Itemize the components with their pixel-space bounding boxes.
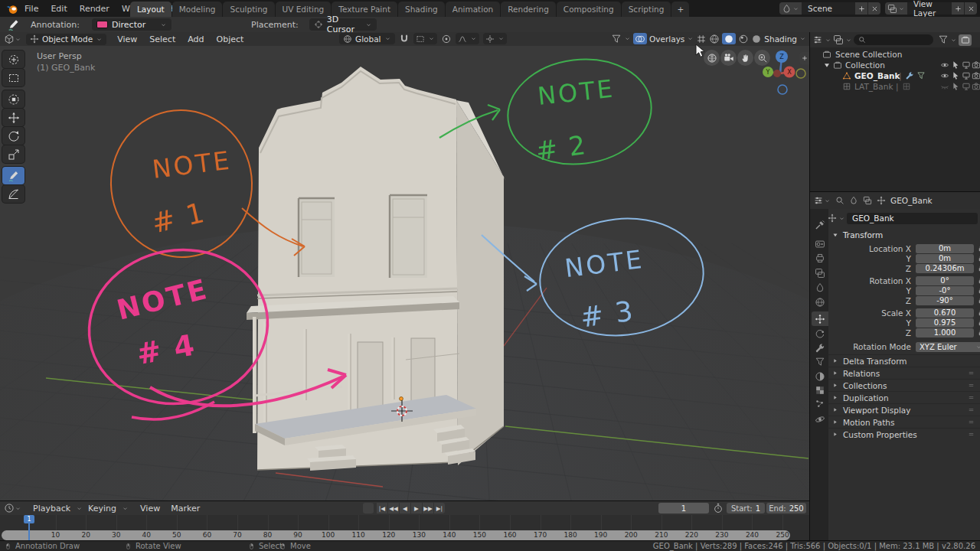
selectable-cursor-icon[interactable] [951, 82, 960, 91]
frame-end-field[interactable]: End:250 [766, 503, 806, 514]
section-relations[interactable]: Relations [828, 367, 980, 379]
value-field[interactable]: 0° [916, 276, 974, 285]
menu-render[interactable]: Render [74, 4, 116, 14]
object-name-input[interactable]: GEO_Bank [847, 213, 978, 224]
tab-uv-editing[interactable]: UV Editing [276, 2, 332, 17]
outliner-row-scene-collection[interactable]: Scene Collection [810, 49, 980, 60]
delete-scene-button[interactable] [868, 2, 880, 15]
tab-output[interactable] [812, 250, 828, 265]
overlays-toggle[interactable] [633, 33, 647, 44]
lock-icon[interactable] [977, 318, 980, 327]
filter-funnel-icon[interactable] [938, 34, 949, 45]
menu-edit[interactable]: Edit [44, 4, 73, 14]
lock-icon[interactable] [977, 308, 980, 317]
editor-type-outliner-icon[interactable] [812, 34, 823, 45]
outliner-row-lat-bank[interactable]: LAT_Bank | [810, 81, 980, 92]
eye-closed-icon[interactable] [940, 82, 949, 91]
next-keyframe-button[interactable]: ▶▶ [423, 503, 433, 514]
expand-arrow-icon[interactable] [822, 60, 831, 70]
annotation-layer-dropdown[interactable]: Director [92, 18, 172, 31]
tab-layout[interactable]: Layout [130, 2, 172, 17]
tab-texture[interactable] [812, 383, 828, 397]
new-scene-button[interactable] [855, 2, 867, 15]
new-collection-button[interactable] [959, 34, 972, 46]
eye-icon[interactable] [940, 60, 949, 70]
measure-tool[interactable] [2, 185, 24, 203]
shading-rendered-icon[interactable] [751, 34, 762, 44]
outliner-item-label[interactable]: GEO_Bank [854, 71, 900, 80]
eye-icon[interactable] [940, 71, 949, 80]
tab-shading[interactable]: Shading [398, 2, 445, 17]
viewport-visibility-icon[interactable] [962, 60, 971, 70]
select-box-tool[interactable] [2, 69, 24, 86]
proportional-falloff-dropdown[interactable] [456, 33, 479, 44]
move-tool[interactable] [2, 109, 24, 126]
cursor-tool[interactable] [2, 51, 24, 68]
tab-view-layer[interactable] [812, 266, 828, 280]
value-field[interactable]: 0m [916, 244, 974, 253]
lock-icon[interactable] [977, 286, 980, 295]
menu-view[interactable]: View [111, 34, 143, 44]
view-layer-browse-button[interactable] [885, 2, 907, 15]
object-icon[interactable] [828, 214, 837, 223]
blender-logo-icon[interactable] [5, 2, 18, 15]
value-field[interactable]: -90° [916, 296, 974, 305]
menu-add[interactable]: Add [181, 34, 210, 44]
overlays-label[interactable]: Overlays [649, 34, 684, 44]
tab-sculpting[interactable]: Sculpting [223, 2, 274, 17]
view-layer-name[interactable]: View Layer [907, 0, 951, 18]
transform-panel-header[interactable]: Transform [831, 230, 883, 240]
menu-select[interactable]: Select [143, 34, 181, 44]
snap-magnet-icon[interactable] [399, 34, 410, 44]
sidebar-expand-button[interactable] [799, 52, 809, 64]
viewport-visibility-icon[interactable] [962, 82, 971, 91]
editor-type-3d-viewport-icon[interactable] [4, 34, 15, 44]
outliner-item-label[interactable]: LAT_Bank [854, 82, 893, 91]
section-motion-paths[interactable]: Motion Paths [828, 416, 980, 428]
lock-icon[interactable] [977, 254, 980, 262]
delete-view-layer-button[interactable] [965, 2, 977, 15]
viewport-visibility-icon[interactable] [962, 71, 971, 80]
record-button[interactable] [363, 503, 374, 514]
tab-tool[interactable] [812, 217, 828, 232]
pivot-point-dropdown[interactable] [483, 33, 507, 44]
timeline-tracks[interactable] [0, 515, 809, 530]
tab-rendering[interactable]: Rendering [501, 2, 556, 17]
gizmo-x-neg-axis[interactable] [796, 69, 805, 78]
lock-icon[interactable] [977, 264, 980, 272]
tab-scene[interactable] [812, 280, 828, 295]
pan-view-button[interactable] [737, 50, 753, 66]
render-visibility-icon[interactable] [972, 60, 980, 70]
snap-target-dropdown[interactable] [413, 33, 437, 44]
placement-dropdown[interactable]: 3D Cursor [309, 18, 377, 31]
tab-animation[interactable]: Animation [446, 2, 501, 17]
value-field[interactable]: 0.24306m [916, 264, 974, 273]
playhead-frame-badge[interactable]: 1 [24, 515, 34, 523]
viewport-canvas[interactable]: NOTE # 1 NOTE # 2 NOTE # 3 NOTE # 4 [0, 46, 809, 500]
tab-render[interactable] [812, 236, 828, 251]
value-field[interactable]: 0.975 [916, 318, 974, 328]
section-custom-properties[interactable]: Custom Properties [828, 428, 980, 440]
shading-solid-toggle[interactable] [722, 33, 736, 44]
selectable-cursor-icon[interactable] [951, 71, 960, 80]
scene-name[interactable]: Scene [802, 4, 854, 13]
play-reverse-button[interactable]: ◀ [400, 503, 410, 514]
transform-tool[interactable] [2, 90, 24, 108]
tab-object-data[interactable] [812, 354, 828, 369]
rotate-tool[interactable] [2, 127, 24, 145]
menu-keying[interactable]: Keying [83, 504, 122, 514]
tab-world[interactable] [812, 295, 828, 309]
new-view-layer-button[interactable] [952, 2, 964, 15]
jump-to-end-button[interactable]: ▶| [434, 503, 445, 514]
breadcrumb-search-icon[interactable] [835, 196, 844, 205]
render-visibility-icon[interactable] [972, 82, 980, 91]
shading-wireframe-icon[interactable] [709, 34, 720, 44]
value-field[interactable]: -0° [916, 286, 974, 295]
tab-modeling[interactable]: Modeling [172, 2, 223, 17]
annotation-color-swatch[interactable] [96, 21, 108, 28]
outliner-row-geo-bank[interactable]: GEO_Bank | [810, 70, 980, 81]
rotation-mode-dropdown[interactable]: XYZ Euler [916, 342, 980, 352]
value-field[interactable]: 1.000 [916, 328, 974, 337]
camera-view-button[interactable] [720, 50, 737, 66]
gizmo-z-neg-axis[interactable] [778, 85, 787, 94]
